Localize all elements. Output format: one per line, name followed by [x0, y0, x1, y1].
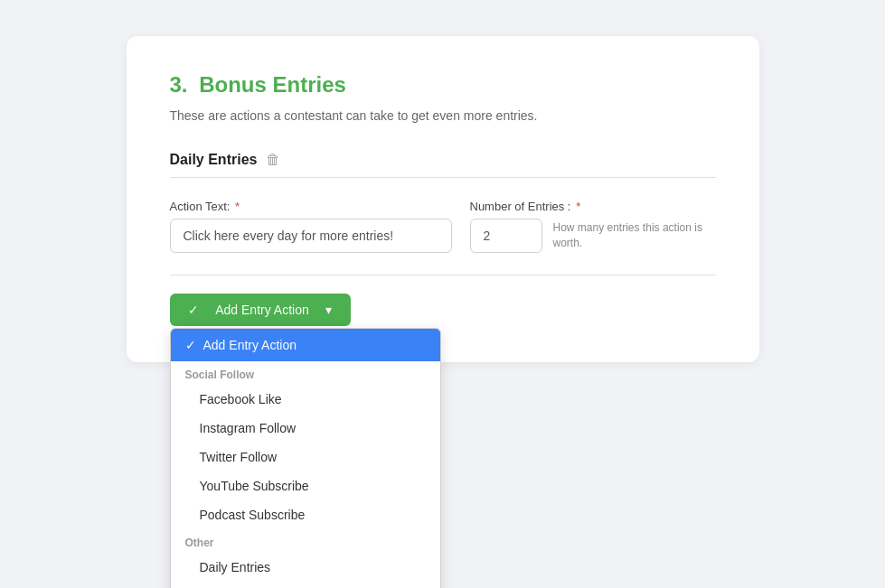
dropdown-item-facebook-like[interactable]: Facebook Like: [171, 385, 440, 414]
entries-count-group: Number of Entries : * How many entries t…: [470, 200, 716, 253]
form-row: Action Text: * Number of Entries : * How…: [170, 200, 716, 253]
dropdown-menu: ✓ Add Entry Action Social Follow Faceboo…: [170, 328, 441, 588]
delete-entry-icon[interactable]: 🗑: [266, 152, 280, 168]
add-entry-action-button[interactable]: ✓ Add Entry Action ▾: [170, 294, 351, 326]
entries-help-text: How many entries this action is worth.: [553, 220, 716, 251]
section-description: These are actions a contestant can take …: [170, 108, 716, 123]
entries-number-input[interactable]: [470, 219, 542, 253]
section-divider: [170, 275, 716, 275]
dropdown-item-daily-entries[interactable]: Daily Entries: [171, 553, 440, 582]
entries-label: Number of Entries : *: [470, 200, 716, 213]
section-heading: Bonus Entries: [199, 72, 346, 97]
group-label-other: Other: [171, 529, 440, 553]
card: 3. Bonus Entries These are actions a con…: [127, 36, 759, 362]
button-label: Add Entry Action: [215, 303, 309, 317]
group-label-social: Social Follow: [171, 361, 440, 385]
dropdown-check-icon: ✓: [185, 338, 196, 352]
dropdown-item-twitter-follow[interactable]: Twitter Follow: [171, 443, 440, 471]
button-check-icon: ✓: [188, 303, 199, 317]
dropdown-item-click-a-link[interactable]: Click a Link: [171, 582, 440, 588]
dropdown-item-youtube-subscribe[interactable]: YouTube Subscribe: [171, 471, 440, 500]
required-star-action: *: [235, 200, 240, 213]
add-action-container: ✓ Add Entry Action ▾ ✓ Add Entry Action …: [170, 294, 351, 326]
required-star-entries: *: [576, 200, 580, 213]
dropdown-item-instagram-follow[interactable]: Instagram Follow: [171, 414, 440, 443]
entry-section-header: Daily Entries 🗑: [170, 152, 716, 178]
dropdown-selected-label: Add Entry Action: [203, 338, 297, 352]
number-input-group: How many entries this action is worth.: [470, 219, 716, 253]
chevron-down-icon: ▾: [325, 303, 332, 317]
action-text-group: Action Text: *: [170, 200, 452, 253]
section-title: 3. Bonus Entries: [170, 72, 716, 98]
action-text-label: Action Text: *: [170, 200, 452, 213]
entry-section-label: Daily Entries: [170, 152, 258, 168]
section-number: 3.: [170, 72, 188, 97]
dropdown-item-podcast-subscribe[interactable]: Podcast Subscribe: [171, 500, 440, 529]
dropdown-selected-item[interactable]: ✓ Add Entry Action: [171, 329, 440, 361]
action-text-input[interactable]: [170, 219, 452, 253]
page-container: 3. Bonus Entries These are actions a con…: [18, 18, 867, 588]
